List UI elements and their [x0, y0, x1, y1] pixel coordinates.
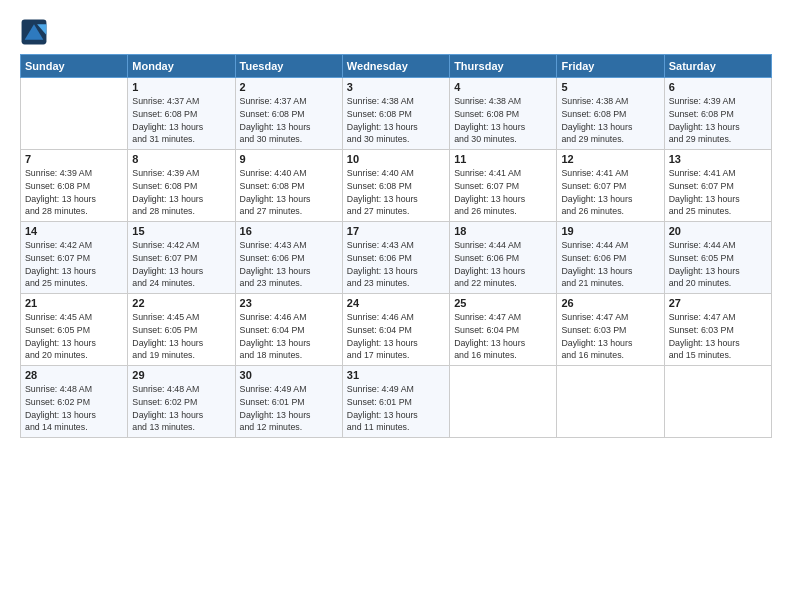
day-info: Sunrise: 4:42 AM Sunset: 6:07 PM Dayligh… [25, 239, 123, 290]
day-number: 11 [454, 153, 552, 165]
day-info: Sunrise: 4:41 AM Sunset: 6:07 PM Dayligh… [669, 167, 767, 218]
day-info: Sunrise: 4:39 AM Sunset: 6:08 PM Dayligh… [132, 167, 230, 218]
day-info: Sunrise: 4:38 AM Sunset: 6:08 PM Dayligh… [561, 95, 659, 146]
calendar-cell [21, 78, 128, 150]
day-info: Sunrise: 4:45 AM Sunset: 6:05 PM Dayligh… [132, 311, 230, 362]
day-number: 13 [669, 153, 767, 165]
day-number: 10 [347, 153, 445, 165]
day-number: 5 [561, 81, 659, 93]
day-info: Sunrise: 4:41 AM Sunset: 6:07 PM Dayligh… [454, 167, 552, 218]
day-number: 8 [132, 153, 230, 165]
day-info: Sunrise: 4:48 AM Sunset: 6:02 PM Dayligh… [25, 383, 123, 434]
weekday-header: Thursday [450, 55, 557, 78]
page-header [20, 18, 772, 46]
calendar-cell: 13Sunrise: 4:41 AM Sunset: 6:07 PM Dayli… [664, 150, 771, 222]
calendar-cell: 22Sunrise: 4:45 AM Sunset: 6:05 PM Dayli… [128, 294, 235, 366]
calendar-cell: 16Sunrise: 4:43 AM Sunset: 6:06 PM Dayli… [235, 222, 342, 294]
calendar-cell: 15Sunrise: 4:42 AM Sunset: 6:07 PM Dayli… [128, 222, 235, 294]
day-number: 19 [561, 225, 659, 237]
weekday-header: Tuesday [235, 55, 342, 78]
calendar-week-row: 7Sunrise: 4:39 AM Sunset: 6:08 PM Daylig… [21, 150, 772, 222]
calendar-cell: 11Sunrise: 4:41 AM Sunset: 6:07 PM Dayli… [450, 150, 557, 222]
calendar-cell: 18Sunrise: 4:44 AM Sunset: 6:06 PM Dayli… [450, 222, 557, 294]
calendar-cell: 12Sunrise: 4:41 AM Sunset: 6:07 PM Dayli… [557, 150, 664, 222]
day-number: 17 [347, 225, 445, 237]
day-number: 7 [25, 153, 123, 165]
calendar-cell: 10Sunrise: 4:40 AM Sunset: 6:08 PM Dayli… [342, 150, 449, 222]
calendar-cell: 7Sunrise: 4:39 AM Sunset: 6:08 PM Daylig… [21, 150, 128, 222]
day-number: 27 [669, 297, 767, 309]
day-info: Sunrise: 4:43 AM Sunset: 6:06 PM Dayligh… [347, 239, 445, 290]
weekday-header: Sunday [21, 55, 128, 78]
day-info: Sunrise: 4:47 AM Sunset: 6:03 PM Dayligh… [561, 311, 659, 362]
calendar-cell: 17Sunrise: 4:43 AM Sunset: 6:06 PM Dayli… [342, 222, 449, 294]
day-info: Sunrise: 4:38 AM Sunset: 6:08 PM Dayligh… [347, 95, 445, 146]
day-info: Sunrise: 4:49 AM Sunset: 6:01 PM Dayligh… [240, 383, 338, 434]
day-info: Sunrise: 4:38 AM Sunset: 6:08 PM Dayligh… [454, 95, 552, 146]
calendar-cell: 1Sunrise: 4:37 AM Sunset: 6:08 PM Daylig… [128, 78, 235, 150]
day-number: 22 [132, 297, 230, 309]
day-info: Sunrise: 4:43 AM Sunset: 6:06 PM Dayligh… [240, 239, 338, 290]
day-info: Sunrise: 4:40 AM Sunset: 6:08 PM Dayligh… [347, 167, 445, 218]
calendar-cell: 23Sunrise: 4:46 AM Sunset: 6:04 PM Dayli… [235, 294, 342, 366]
day-info: Sunrise: 4:37 AM Sunset: 6:08 PM Dayligh… [240, 95, 338, 146]
day-number: 16 [240, 225, 338, 237]
calendar-cell: 6Sunrise: 4:39 AM Sunset: 6:08 PM Daylig… [664, 78, 771, 150]
day-info: Sunrise: 4:46 AM Sunset: 6:04 PM Dayligh… [240, 311, 338, 362]
calendar-week-row: 14Sunrise: 4:42 AM Sunset: 6:07 PM Dayli… [21, 222, 772, 294]
day-number: 6 [669, 81, 767, 93]
day-info: Sunrise: 4:41 AM Sunset: 6:07 PM Dayligh… [561, 167, 659, 218]
day-number: 4 [454, 81, 552, 93]
calendar-cell: 2Sunrise: 4:37 AM Sunset: 6:08 PM Daylig… [235, 78, 342, 150]
calendar-cell: 25Sunrise: 4:47 AM Sunset: 6:04 PM Dayli… [450, 294, 557, 366]
weekday-header: Saturday [664, 55, 771, 78]
day-number: 31 [347, 369, 445, 381]
calendar-cell: 20Sunrise: 4:44 AM Sunset: 6:05 PM Dayli… [664, 222, 771, 294]
day-info: Sunrise: 4:46 AM Sunset: 6:04 PM Dayligh… [347, 311, 445, 362]
day-info: Sunrise: 4:45 AM Sunset: 6:05 PM Dayligh… [25, 311, 123, 362]
calendar-page: SundayMondayTuesdayWednesdayThursdayFrid… [0, 0, 792, 450]
logo-icon [20, 18, 48, 46]
calendar-cell [664, 366, 771, 438]
calendar-week-row: 21Sunrise: 4:45 AM Sunset: 6:05 PM Dayli… [21, 294, 772, 366]
calendar-cell: 8Sunrise: 4:39 AM Sunset: 6:08 PM Daylig… [128, 150, 235, 222]
calendar-cell: 9Sunrise: 4:40 AM Sunset: 6:08 PM Daylig… [235, 150, 342, 222]
day-number: 23 [240, 297, 338, 309]
calendar-table: SundayMondayTuesdayWednesdayThursdayFrid… [20, 54, 772, 438]
day-number: 25 [454, 297, 552, 309]
calendar-cell: 5Sunrise: 4:38 AM Sunset: 6:08 PM Daylig… [557, 78, 664, 150]
day-info: Sunrise: 4:39 AM Sunset: 6:08 PM Dayligh… [25, 167, 123, 218]
calendar-week-row: 28Sunrise: 4:48 AM Sunset: 6:02 PM Dayli… [21, 366, 772, 438]
calendar-cell [450, 366, 557, 438]
calendar-cell: 19Sunrise: 4:44 AM Sunset: 6:06 PM Dayli… [557, 222, 664, 294]
day-number: 14 [25, 225, 123, 237]
calendar-cell: 30Sunrise: 4:49 AM Sunset: 6:01 PM Dayli… [235, 366, 342, 438]
calendar-cell: 21Sunrise: 4:45 AM Sunset: 6:05 PM Dayli… [21, 294, 128, 366]
day-info: Sunrise: 4:47 AM Sunset: 6:03 PM Dayligh… [669, 311, 767, 362]
day-info: Sunrise: 4:48 AM Sunset: 6:02 PM Dayligh… [132, 383, 230, 434]
day-number: 21 [25, 297, 123, 309]
day-info: Sunrise: 4:42 AM Sunset: 6:07 PM Dayligh… [132, 239, 230, 290]
day-info: Sunrise: 4:44 AM Sunset: 6:05 PM Dayligh… [669, 239, 767, 290]
calendar-cell: 14Sunrise: 4:42 AM Sunset: 6:07 PM Dayli… [21, 222, 128, 294]
day-info: Sunrise: 4:39 AM Sunset: 6:08 PM Dayligh… [669, 95, 767, 146]
calendar-cell: 28Sunrise: 4:48 AM Sunset: 6:02 PM Dayli… [21, 366, 128, 438]
day-info: Sunrise: 4:37 AM Sunset: 6:08 PM Dayligh… [132, 95, 230, 146]
weekday-header: Friday [557, 55, 664, 78]
day-info: Sunrise: 4:47 AM Sunset: 6:04 PM Dayligh… [454, 311, 552, 362]
day-number: 24 [347, 297, 445, 309]
day-number: 26 [561, 297, 659, 309]
calendar-cell: 24Sunrise: 4:46 AM Sunset: 6:04 PM Dayli… [342, 294, 449, 366]
calendar-week-row: 1Sunrise: 4:37 AM Sunset: 6:08 PM Daylig… [21, 78, 772, 150]
day-number: 1 [132, 81, 230, 93]
day-number: 9 [240, 153, 338, 165]
day-number: 12 [561, 153, 659, 165]
day-info: Sunrise: 4:44 AM Sunset: 6:06 PM Dayligh… [454, 239, 552, 290]
weekday-header: Wednesday [342, 55, 449, 78]
calendar-header-row: SundayMondayTuesdayWednesdayThursdayFrid… [21, 55, 772, 78]
calendar-cell: 3Sunrise: 4:38 AM Sunset: 6:08 PM Daylig… [342, 78, 449, 150]
weekday-header: Monday [128, 55, 235, 78]
calendar-cell: 31Sunrise: 4:49 AM Sunset: 6:01 PM Dayli… [342, 366, 449, 438]
day-number: 18 [454, 225, 552, 237]
day-number: 30 [240, 369, 338, 381]
